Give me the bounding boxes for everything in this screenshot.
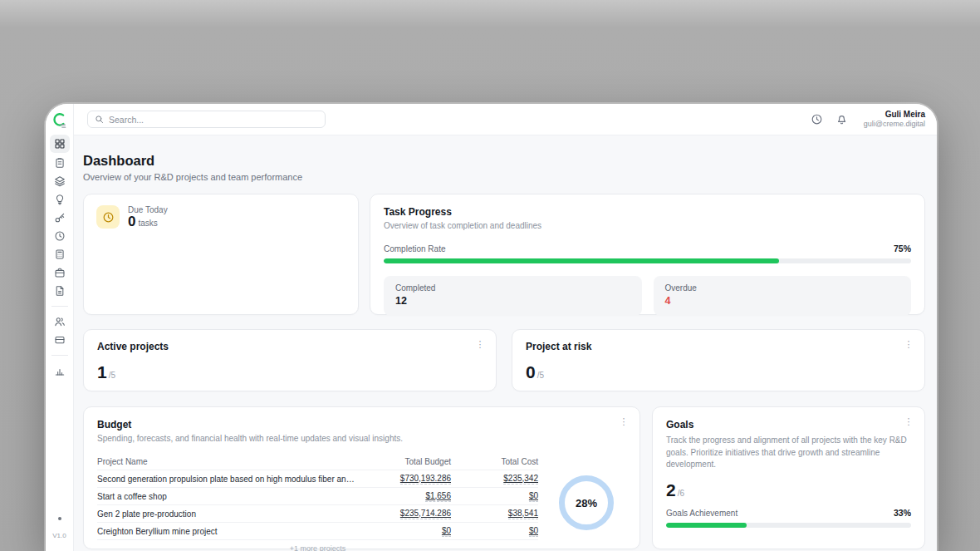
briefcase-icon xyxy=(54,267,66,278)
active-projects-title: Active projects xyxy=(97,341,483,352)
project-name: Creighton Beryllium mine project xyxy=(97,527,355,536)
search-input[interactable] xyxy=(109,115,318,125)
sidebar-footer: V1.0 xyxy=(52,517,66,539)
table-row: Creighton Beryllium mine project $0 $0 xyxy=(97,523,538,540)
active-projects-total: /5 xyxy=(109,371,115,380)
lightbulb-icon xyxy=(54,194,66,205)
total-cost-value[interactable]: $0 xyxy=(529,526,538,537)
kebab-menu-icon[interactable]: ⋮ xyxy=(903,338,914,350)
people-icon xyxy=(54,316,66,327)
main-area: Guli Meira guli@creme.digital Dashboard … xyxy=(74,104,937,551)
dashboard-content: Dashboard Overview of your R&D projects … xyxy=(74,135,937,551)
goals-total: /6 xyxy=(678,489,684,498)
goals-value: 2 xyxy=(666,481,676,499)
overdue-stat-box: Overdue 4 xyxy=(654,276,912,316)
overdue-label: Overdue xyxy=(665,283,900,293)
column-total-cost: Total Cost xyxy=(451,457,538,466)
sidebar-item-portfolio[interactable] xyxy=(50,264,70,281)
search-icon xyxy=(95,115,104,124)
table-header-row: Project Name Total Budget Total Cost xyxy=(97,453,538,470)
clock-icon xyxy=(54,230,66,242)
due-today-card: Due Today 0tasks xyxy=(83,194,359,315)
total-cost-value[interactable]: $0 xyxy=(529,491,538,502)
sidebar-item-ideas[interactable] xyxy=(50,191,70,208)
completion-progress-fill xyxy=(384,258,779,263)
total-cost-value[interactable]: $235,342 xyxy=(503,474,538,485)
user-menu[interactable]: Guli Meira guli@creme.digital xyxy=(864,110,925,130)
bar-chart-icon xyxy=(54,365,66,376)
due-today-value: 0 xyxy=(128,214,135,229)
budget-card: Budget ⋮ Spending, forecasts, and financ… xyxy=(83,406,640,549)
sidebar-item-dashboard[interactable] xyxy=(50,135,70,153)
table-row: Gen 2 plate pre-production $235,714.286 … xyxy=(97,505,538,523)
due-today-unit: tasks xyxy=(138,219,157,228)
bell-icon[interactable] xyxy=(835,113,848,125)
search-box[interactable] xyxy=(87,111,326,128)
layers-icon xyxy=(54,175,66,187)
page-header: Dashboard Overview of your R&D projects … xyxy=(83,153,925,182)
document-icon xyxy=(54,285,66,297)
topbar-actions: Guli Meira guli@creme.digital xyxy=(811,110,925,130)
card-icon xyxy=(54,334,66,346)
completed-label: Completed xyxy=(395,283,630,293)
completed-stat-box: Completed 12 xyxy=(384,276,642,316)
budget-donut-chart: 28% xyxy=(559,475,614,530)
sidebar-item-tasks[interactable] xyxy=(50,155,70,171)
clipboard-icon xyxy=(54,157,66,169)
sidebar-item-documents[interactable] xyxy=(50,283,70,299)
goals-title: Goals xyxy=(666,419,911,430)
goals-card: Goals ⋮ Track the progress and alignment… xyxy=(652,406,925,549)
goals-achievement-label: Goals Achievement xyxy=(666,509,737,518)
completed-value: 12 xyxy=(395,295,630,307)
dashboard-grid-icon xyxy=(54,138,66,150)
total-budget-value[interactable]: $235,714.286 xyxy=(400,509,451,519)
sidebar-item-layers[interactable] xyxy=(50,173,70,189)
kebab-menu-icon[interactable]: ⋮ xyxy=(618,416,630,427)
sidebar-item-access[interactable] xyxy=(50,209,70,226)
table-row: Second generation propulsion plate based… xyxy=(97,470,538,488)
column-project-name: Project Name xyxy=(97,457,355,466)
creme-logo-icon[interactable] xyxy=(51,111,68,130)
project-name: Start a coffee shop xyxy=(97,492,355,501)
goals-progress-bar xyxy=(666,523,911,528)
goals-achievement-value: 33% xyxy=(894,508,911,518)
calculator-icon xyxy=(54,248,66,260)
goals-subtitle: Track the progress and alignment of all … xyxy=(666,435,911,471)
kebab-menu-icon[interactable]: ⋮ xyxy=(474,338,486,350)
completion-rate-value: 75% xyxy=(894,244,911,253)
total-cost-value[interactable]: $38,541 xyxy=(508,509,538,519)
column-total-budget: Total Budget xyxy=(355,457,451,466)
sidebar-item-billing[interactable] xyxy=(50,332,70,348)
sidebar-item-team[interactable] xyxy=(50,313,70,330)
project-name: Second generation propulsion plate based… xyxy=(97,475,355,484)
due-today-clock-icon xyxy=(96,205,120,229)
kebab-menu-icon[interactable]: ⋮ xyxy=(903,416,914,427)
page-subtitle: Overview of your R&D projects and team p… xyxy=(83,172,925,182)
active-projects-card: Active projects ⋮ 1 /5 xyxy=(83,329,497,391)
total-budget-value[interactable]: $730,193.286 xyxy=(400,474,451,485)
more-projects-link[interactable]: +1 more projects xyxy=(97,544,538,551)
user-name: Guli Meira xyxy=(864,110,925,121)
active-projects-value: 1 xyxy=(97,363,107,381)
sidebar-item-analytics[interactable] xyxy=(50,362,70,379)
bottom-row: Budget ⋮ Spending, forecasts, and financ… xyxy=(83,406,925,549)
budget-donut-wrap: 28% xyxy=(546,453,626,551)
sidebar: V1.0 xyxy=(46,104,74,551)
app-window: V1.0 Guli Meira guli@creme.digital Dashb… xyxy=(46,104,937,551)
project-at-risk-total: /5 xyxy=(537,371,544,380)
table-row: Start a coffee shop $1,656 $0 xyxy=(97,488,538,505)
total-budget-value[interactable]: $0 xyxy=(442,526,451,537)
project-at-risk-card: Project at risk ⋮ 0 /5 xyxy=(512,329,925,391)
budget-title: Budget xyxy=(97,419,626,430)
page-title: Dashboard xyxy=(83,153,925,169)
key-icon xyxy=(54,212,66,224)
history-clock-icon[interactable] xyxy=(811,113,823,125)
topbar: Guli Meira guli@creme.digital xyxy=(74,104,937,135)
project-name: Gen 2 plate pre-production xyxy=(97,509,355,519)
budget-table: Project Name Total Budget Total Cost Sec… xyxy=(97,453,538,551)
total-budget-value[interactable]: $1,656 xyxy=(425,491,451,502)
goals-progress-fill xyxy=(666,523,747,528)
status-dot-icon xyxy=(58,517,61,520)
sidebar-item-calculator[interactable] xyxy=(50,246,70,263)
sidebar-item-time[interactable] xyxy=(50,228,70,244)
